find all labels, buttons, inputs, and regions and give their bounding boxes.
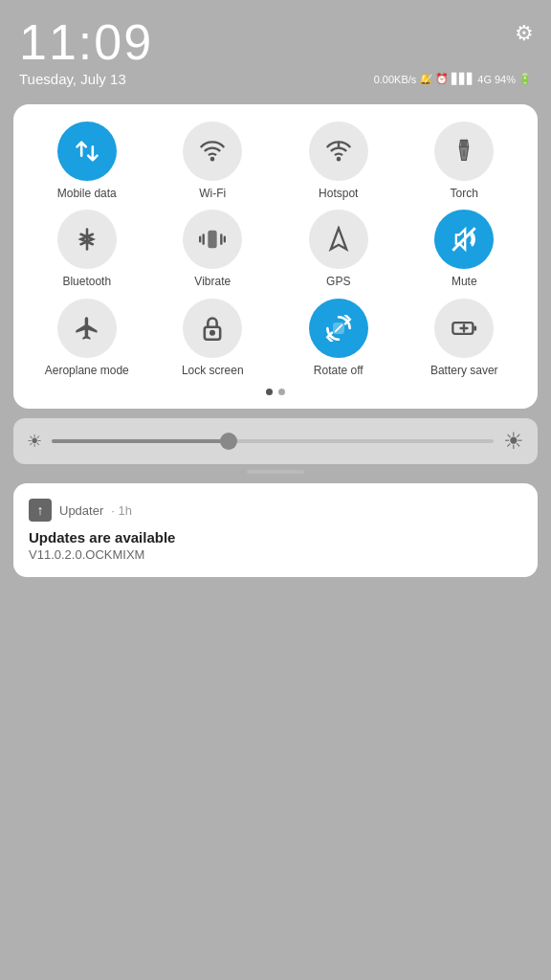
date: Tuesday, July 13 <box>19 71 126 87</box>
qs-icon-gps <box>309 210 368 269</box>
qs-item-hotspot[interactable]: Hotspot <box>278 122 399 200</box>
qs-icon-mute <box>434 210 494 269</box>
svg-point-1 <box>338 158 340 160</box>
svg-point-8 <box>211 331 215 335</box>
qs-label-mute: Mute <box>452 275 477 288</box>
signal-bars: ▋▋▋ <box>452 73 474 85</box>
quick-settings-grid: Mobile dataWi-FiHotspotTorchBluetoothVib… <box>23 122 528 377</box>
qs-label-mobile-data: Mobile data <box>57 187 117 200</box>
clock: 11:09 <box>19 17 532 67</box>
qs-item-bluetooth[interactable]: Bluetooth <box>27 210 147 288</box>
brightness-low-icon: ☀ <box>27 431 42 452</box>
drag-handle-bar <box>247 470 304 474</box>
qs-icon-lock-screen <box>183 299 242 358</box>
qs-icon-aeroplane <box>57 299 117 358</box>
qs-label-aeroplane: Aeroplane mode <box>45 364 129 377</box>
brightness-bar: ☀ ☀ <box>13 418 538 464</box>
qs-item-lock-screen[interactable]: Lock screen <box>153 299 274 377</box>
qs-icon-bluetooth <box>57 210 117 269</box>
notification-card[interactable]: ↑ Updater · 1h Updates are available V11… <box>13 483 538 577</box>
network-type: 4G <box>477 74 492 85</box>
notification-title: Updates are available <box>29 529 522 546</box>
settings-icon[interactable]: ⚙ <box>515 21 534 46</box>
qs-label-bluetooth: Bluetooth <box>62 275 111 288</box>
speed-indicator: 0.00KB/s <box>374 74 417 85</box>
qs-icon-rotate-off <box>309 299 368 358</box>
qs-label-hotspot: Hotspot <box>319 187 358 200</box>
updater-icon: ↑ <box>29 499 52 522</box>
svg-point-0 <box>211 158 213 160</box>
notification-time: · 1h <box>111 503 132 518</box>
dot-2 <box>278 389 285 395</box>
qs-label-wifi: Wi-Fi <box>199 187 226 200</box>
qs-icon-torch <box>434 122 494 181</box>
qs-item-rotate-off[interactable]: Rotate off <box>278 299 399 377</box>
qs-item-aeroplane[interactable]: Aeroplane mode <box>27 299 147 377</box>
qs-item-vibrate[interactable]: Vibrate <box>153 210 274 288</box>
notification-header: ↑ Updater · 1h <box>29 499 522 522</box>
status-bar: 11:09 Tuesday, July 13 0.00KB/s 🔔̸ ⏰ ▋▋▋… <box>0 0 551 93</box>
qs-item-mobile-data[interactable]: Mobile data <box>27 122 147 200</box>
qs-label-gps: GPS <box>326 275 350 288</box>
svg-rect-5 <box>209 231 217 249</box>
qs-icon-wifi <box>183 122 242 181</box>
qs-item-torch[interactable]: Torch <box>405 122 525 200</box>
dot-1 <box>266 389 273 395</box>
qs-item-gps[interactable]: GPS <box>278 210 399 288</box>
battery-percent: 94% <box>495 74 516 85</box>
qs-item-battery-saver[interactable]: Battery saver <box>405 299 525 377</box>
svg-rect-3 <box>461 140 468 146</box>
qs-label-battery-saver: Battery saver <box>430 364 498 377</box>
pagination-dots <box>23 389 528 395</box>
brightness-track[interactable] <box>52 439 494 443</box>
qs-label-rotate-off: Rotate off <box>314 364 364 377</box>
qs-icon-mobile-data <box>57 122 117 181</box>
signal-icon: 🔔̸ <box>419 73 432 85</box>
qs-icon-vibrate <box>183 210 242 269</box>
notification-app: Updater <box>59 503 103 518</box>
battery-icon: 🔋 <box>518 73 532 85</box>
brightness-handle[interactable] <box>220 433 237 450</box>
drag-handle <box>0 470 551 474</box>
qs-icon-battery-saver <box>434 299 494 358</box>
alarm-icon: ⏰ <box>435 73 449 85</box>
quick-settings-panel: Mobile dataWi-FiHotspotTorchBluetoothVib… <box>13 104 538 409</box>
qs-icon-hotspot <box>309 122 368 181</box>
brightness-fill <box>52 439 229 443</box>
qs-item-mute[interactable]: Mute <box>405 210 525 288</box>
brightness-high-icon: ☀ <box>503 428 524 455</box>
status-indicators: 0.00KB/s 🔔̸ ⏰ ▋▋▋ 4G 94% 🔋 <box>374 73 532 85</box>
qs-item-wifi[interactable]: Wi-Fi <box>153 122 274 200</box>
notification-body: V11.0.2.0.OCKMIXM <box>29 547 522 562</box>
qs-label-vibrate: Vibrate <box>194 275 231 288</box>
qs-label-torch: Torch <box>451 187 478 200</box>
qs-label-lock-screen: Lock screen <box>182 364 244 377</box>
